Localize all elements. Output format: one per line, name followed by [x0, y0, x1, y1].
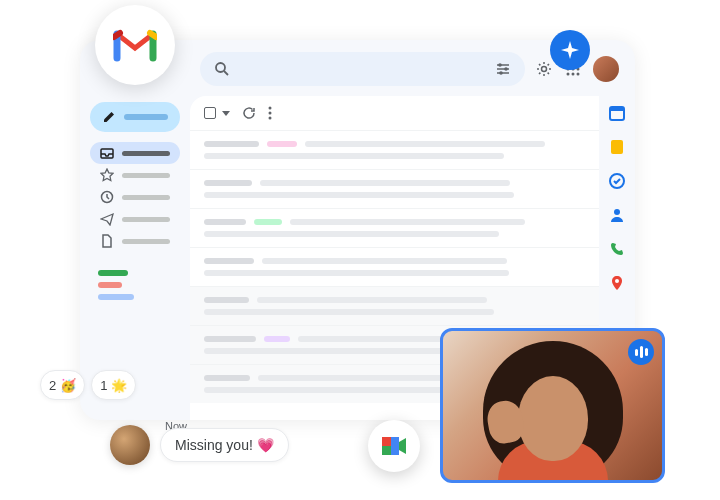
- refresh-icon[interactable]: [242, 106, 256, 120]
- svg-point-20: [269, 107, 272, 110]
- chat-section: [90, 270, 180, 300]
- chat-space-item[interactable]: [98, 294, 134, 300]
- reaction-emoji: 🥳: [60, 378, 76, 393]
- more-vert-icon[interactable]: [268, 106, 272, 120]
- svg-point-7: [499, 71, 503, 75]
- tune-icon[interactable]: [495, 61, 511, 77]
- select-dropdown-icon[interactable]: [222, 111, 230, 116]
- star-icon: [100, 168, 114, 182]
- user-avatar[interactable]: [593, 56, 619, 82]
- svg-point-21: [269, 112, 272, 115]
- svg-point-6: [504, 67, 508, 71]
- select-all-checkbox[interactable]: [204, 107, 216, 119]
- svg-point-22: [269, 117, 272, 120]
- reactions-row: 2🥳1🌟: [40, 370, 136, 400]
- maps-icon: [608, 274, 626, 292]
- svg-point-8: [542, 67, 547, 72]
- file-icon: [100, 234, 114, 248]
- svg-point-15: [567, 73, 570, 76]
- svg-point-0: [216, 63, 225, 72]
- keep-icon: [608, 138, 626, 156]
- svg-point-5: [498, 63, 502, 67]
- nav-item-star[interactable]: [90, 164, 180, 186]
- reaction-emoji: 🌟: [111, 378, 127, 393]
- chat-bubble-group: Missing you! 💗: [110, 425, 289, 465]
- email-row[interactable]: [190, 286, 599, 325]
- chat-message-text: Missing you!: [175, 437, 253, 453]
- svg-rect-24: [610, 107, 624, 111]
- ai-sparkle-badge[interactable]: [550, 30, 590, 70]
- google-meet-icon: [380, 434, 408, 458]
- email-row[interactable]: [190, 130, 599, 169]
- contacts-icon: [608, 206, 626, 224]
- chat-message-bubble[interactable]: Missing you! 💗: [160, 428, 289, 462]
- side-app-keep[interactable]: [608, 138, 626, 156]
- side-app-tasks[interactable]: [608, 172, 626, 190]
- inbox-icon: [100, 146, 114, 160]
- svg-point-28: [615, 279, 619, 283]
- chat-space-item[interactable]: [98, 282, 122, 288]
- reaction-pill[interactable]: 2🥳: [40, 370, 85, 400]
- pencil-icon: [102, 110, 116, 124]
- svg-rect-32: [391, 437, 399, 455]
- calendar-icon: [608, 104, 626, 122]
- gmail-logo-icon: [113, 28, 157, 62]
- email-row[interactable]: [190, 208, 599, 247]
- svg-rect-25: [611, 140, 623, 154]
- audio-active-badge: [628, 339, 654, 365]
- reaction-count: 2: [49, 378, 56, 393]
- reaction-count: 1: [100, 378, 107, 393]
- gmail-logo-badge: [95, 5, 175, 85]
- heart-emoji: 💗: [257, 437, 274, 453]
- nav-item-file[interactable]: [90, 230, 180, 252]
- chat-space-item[interactable]: [98, 270, 128, 276]
- side-app-maps[interactable]: [608, 274, 626, 292]
- nav-item-inbox[interactable]: [90, 142, 180, 164]
- chat-sender-avatar[interactable]: [110, 425, 150, 465]
- svg-line-1: [224, 71, 228, 75]
- search-bar[interactable]: [200, 52, 525, 86]
- compose-button[interactable]: [90, 102, 180, 132]
- clock-icon: [100, 190, 114, 204]
- search-icon: [214, 61, 230, 77]
- email-row[interactable]: [190, 247, 599, 286]
- sparkle-icon: [560, 40, 580, 60]
- side-app-contacts[interactable]: [608, 206, 626, 224]
- svg-rect-31: [382, 446, 391, 455]
- nav-item-send[interactable]: [90, 208, 180, 230]
- svg-point-16: [572, 73, 575, 76]
- toolbar: [190, 96, 599, 130]
- send-icon: [100, 212, 114, 226]
- email-row[interactable]: [190, 169, 599, 208]
- svg-point-17: [577, 73, 580, 76]
- voice-icon: [608, 240, 626, 258]
- video-participant: [483, 346, 623, 483]
- svg-point-27: [614, 209, 620, 215]
- video-call-window[interactable]: [440, 328, 665, 483]
- tasks-icon: [608, 172, 626, 190]
- side-app-calendar[interactable]: [608, 104, 626, 122]
- side-app-voice[interactable]: [608, 240, 626, 258]
- nav-item-clock[interactable]: [90, 186, 180, 208]
- google-meet-badge[interactable]: [368, 420, 420, 472]
- svg-rect-30: [382, 437, 391, 446]
- settings-icon[interactable]: [535, 60, 553, 78]
- reaction-pill[interactable]: 1🌟: [91, 370, 136, 400]
